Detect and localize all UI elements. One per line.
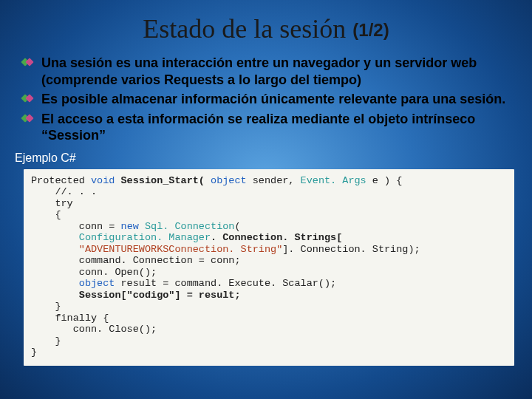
- code-text: }: [31, 335, 61, 347]
- code-text: finally {: [31, 313, 109, 324]
- code-text: Session["codigo"] = result;: [31, 290, 241, 301]
- code-text: }: [31, 301, 61, 312]
- code-text: [31, 232, 79, 243]
- code-text: conn =: [31, 221, 121, 232]
- code-keyword: object: [211, 175, 247, 186]
- code-text: . Connection. Strings[: [211, 232, 342, 243]
- bullet-item: Es posible almacenar información únicame…: [22, 91, 516, 108]
- code-text: result = command. Execute. Scalar();: [115, 278, 336, 289]
- code-text: e ) {: [366, 175, 403, 186]
- code-text: //. . .: [31, 186, 97, 197]
- code-text: [139, 221, 145, 232]
- code-text: conn. Open();: [31, 267, 157, 278]
- diamond-bullet-icon: [22, 58, 34, 66]
- title-text: Estado de la sesión: [143, 14, 346, 44]
- code-text: Session_Start(: [115, 175, 211, 186]
- slide-title: Estado de la sesión (1/2): [7, 13, 525, 44]
- code-keyword: void: [91, 175, 115, 186]
- code-text: sender,: [247, 175, 301, 186]
- bullet-text: Es posible almacenar información únicame…: [41, 92, 505, 106]
- code-text: [31, 244, 79, 255]
- code-text: [31, 278, 79, 289]
- page-indicator: (1/2): [352, 20, 389, 40]
- code-keyword: object: [79, 278, 115, 289]
- code-text: command. Connection = conn;: [31, 255, 241, 266]
- code-type: Event. Args: [301, 175, 366, 186]
- code-keyword: new: [121, 221, 139, 232]
- bullet-item: Una sesión es una interacción entre un n…: [22, 55, 516, 88]
- code-type: Sql. Connection: [145, 221, 235, 232]
- code-text: Protected: [31, 175, 91, 186]
- code-text: ]. Connection. String);: [282, 244, 420, 255]
- example-label: Ejemplo C#: [7, 151, 525, 165]
- diamond-bullet-icon: [22, 95, 34, 102]
- code-block: Protected void Session_Start( object sen…: [24, 169, 514, 366]
- code-text: (: [234, 221, 240, 232]
- code-text: conn. Close();: [31, 324, 157, 335]
- slide-container: Estado de la sesión (1/2) Una sesión es …: [0, 0, 532, 399]
- bullet-text: El acceso a esta información se realiza …: [41, 112, 475, 143]
- code-type: Configuration. Manager: [79, 232, 211, 243]
- code-text: }: [31, 347, 37, 358]
- bullet-text: Una sesión es una interacción entre un n…: [41, 55, 477, 87]
- code-text: try: [31, 198, 73, 209]
- bullet-item: El acceso a esta información se realiza …: [22, 111, 516, 144]
- bullet-list: Una sesión es una interacción entre un n…: [7, 55, 525, 144]
- code-string: "ADVENTUREWORKSConnection. String": [79, 244, 282, 255]
- diamond-bullet-icon: [22, 115, 34, 122]
- code-text: {: [31, 209, 61, 220]
